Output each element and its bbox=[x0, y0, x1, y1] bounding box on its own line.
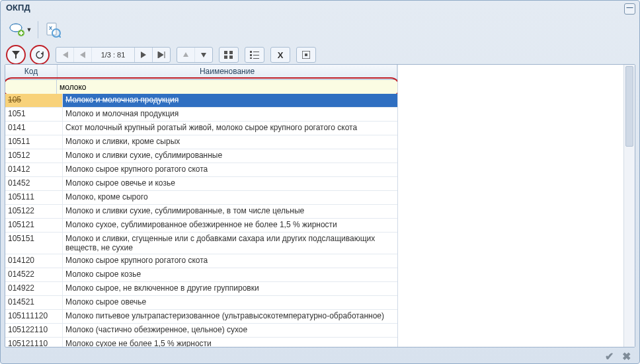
triangle-up-icon bbox=[182, 52, 189, 58]
tiles-icon bbox=[224, 51, 233, 59]
export-excel-button[interactable]: x bbox=[42, 19, 63, 40]
table-row[interactable]: 014521Молоко сырое овечье bbox=[5, 296, 397, 310]
last-page-button[interactable] bbox=[153, 48, 170, 62]
cell-name: Молоко, кроме сырого bbox=[63, 191, 397, 204]
separator bbox=[38, 21, 38, 38]
filter-button[interactable] bbox=[6, 45, 26, 65]
table-row[interactable]: 0141Скот молочный крупный рогатый живой,… bbox=[5, 122, 397, 135]
cell-code: 10512 bbox=[5, 149, 63, 163]
prev-page-button[interactable] bbox=[74, 48, 92, 62]
collapse-button[interactable]: — bbox=[624, 3, 635, 15]
table-row[interactable]: 10511Молоко и сливки, кроме сырых bbox=[5, 135, 397, 149]
refresh-icon bbox=[35, 50, 44, 59]
sort-up-button[interactable] bbox=[177, 48, 195, 62]
clear-button[interactable]: X bbox=[270, 47, 290, 63]
sort-group bbox=[177, 47, 213, 63]
cell-name: Молоко и сливки, сгущенные или с добавка… bbox=[63, 233, 397, 254]
cell-name: Молоко и молочная продукция bbox=[63, 108, 397, 121]
cell-name: Молоко сырое, не включенное в другие гру… bbox=[63, 282, 397, 295]
cancel-button[interactable]: ✖ bbox=[622, 350, 634, 362]
svg-text:x: x bbox=[49, 24, 52, 31]
cell-name: Молоко сырое овечье и козье bbox=[63, 177, 397, 190]
table-row[interactable]: 105122110Молоко (частично обезжиренное, … bbox=[5, 324, 397, 338]
last-icon bbox=[157, 52, 165, 58]
cell-name: Молоко сырое овечье bbox=[63, 296, 397, 309]
funnel-icon bbox=[11, 50, 20, 59]
table-row[interactable]: 014522Молоко сырое козье bbox=[5, 268, 397, 282]
sort-down-button[interactable] bbox=[195, 48, 212, 62]
content-area: Код Наименование 105Молоко и молочная пр… bbox=[5, 64, 635, 347]
titlebar: ОКПД — bbox=[1, 1, 639, 17]
svg-rect-13 bbox=[253, 55, 259, 55]
cell-name: Молоко и сливки сухие, сублимированные, … bbox=[63, 205, 397, 218]
square-dot-icon bbox=[302, 51, 310, 59]
columns-button[interactable] bbox=[296, 47, 316, 63]
cell-code: 105121 bbox=[5, 219, 63, 232]
svg-rect-17 bbox=[305, 54, 307, 56]
column-header-name[interactable]: Наименование bbox=[58, 65, 397, 79]
table-row[interactable]: 105111Молоко, кроме сырого bbox=[5, 191, 397, 205]
footer-actions: ✔ ✖ bbox=[605, 350, 634, 362]
okpd-window: ОКПД — ▼ x 1/3 : 81 bbox=[0, 0, 640, 364]
cell-code: 01452 bbox=[5, 177, 63, 190]
check-icon: ✔ bbox=[605, 351, 614, 362]
table-row[interactable]: 105122Молоко и сливки сухие, сублимирова… bbox=[5, 205, 397, 219]
refresh-button[interactable] bbox=[30, 45, 50, 65]
table-row[interactable]: 105121Молоко сухое, сублимированное обез… bbox=[5, 219, 397, 233]
table-row[interactable]: 01412Молоко сырое крупного рогатого скот… bbox=[5, 163, 397, 177]
main-toolbar: ▼ x bbox=[1, 17, 639, 42]
svg-rect-11 bbox=[253, 52, 259, 52]
svg-rect-12 bbox=[250, 54, 252, 56]
next-page-button[interactable] bbox=[135, 48, 153, 62]
list-icon bbox=[250, 51, 259, 59]
window-title: ОКПД bbox=[6, 3, 30, 13]
cell-name: Скот молочный крупный рогатый живой, мол… bbox=[63, 122, 397, 135]
table-row[interactable]: 01452Молоко сырое овечье и козье bbox=[5, 177, 397, 191]
filter-code-input[interactable] bbox=[5, 80, 57, 94]
grid-header: Код Наименование bbox=[5, 65, 397, 80]
pager: 1/3 : 81 bbox=[56, 47, 171, 63]
list-view-button[interactable] bbox=[245, 47, 264, 63]
table-row[interactable]: 105121110Молоко сухое не более 1,5 % жир… bbox=[5, 338, 397, 347]
accept-button[interactable]: ✔ bbox=[605, 350, 617, 362]
table-row[interactable]: 105Молоко и молочная продукция bbox=[5, 94, 397, 108]
table-row[interactable]: 105111120Молоко питьевое ультрапастеризо… bbox=[5, 310, 397, 324]
new-document-button[interactable]: ▼ bbox=[6, 19, 34, 40]
first-page-button[interactable] bbox=[56, 48, 74, 62]
table-row[interactable]: 105151Молоко и сливки, сгущенные или с д… bbox=[5, 233, 397, 254]
cell-code: 01412 bbox=[5, 163, 63, 176]
chevron-down-icon[interactable]: ▼ bbox=[26, 20, 32, 39]
column-header-code[interactable]: Код bbox=[5, 65, 58, 79]
filter-row bbox=[5, 80, 397, 95]
cell-name: Молоко питьевое ультрапастеризованное (у… bbox=[63, 310, 397, 323]
svg-rect-15 bbox=[253, 58, 259, 59]
cell-name: Молоко сырое козье bbox=[63, 268, 397, 281]
export-excel-icon: x bbox=[44, 20, 62, 39]
triangle-down-icon bbox=[200, 52, 207, 58]
vertical-scrollbar[interactable] bbox=[623, 65, 635, 347]
cell-name: Молоко и молочная продукция bbox=[63, 94, 397, 107]
table-row[interactable]: 014120Молоко сырое крупного рогатого ско… bbox=[5, 254, 397, 268]
cell-code: 1051 bbox=[5, 108, 63, 121]
filter-name-input[interactable] bbox=[57, 80, 397, 94]
cell-name: Молоко (частично обезжиренное, цельное) … bbox=[63, 324, 397, 337]
cell-code: 105122 bbox=[5, 205, 63, 218]
svg-rect-14 bbox=[250, 57, 252, 59]
cell-name: Молоко сырое крупного рогатого скота bbox=[63, 254, 397, 268]
scrollbar-thumb[interactable] bbox=[625, 66, 633, 147]
svg-rect-9 bbox=[229, 55, 233, 59]
prev-icon bbox=[79, 52, 86, 58]
table-row[interactable]: 014922Молоко сырое, не включенное в друг… bbox=[5, 282, 397, 296]
svg-rect-6 bbox=[224, 51, 227, 54]
cell-code: 014922 bbox=[5, 282, 63, 295]
cell-code: 105111 bbox=[5, 191, 63, 204]
cell-name: Молоко и сливки сухие, сублимированные bbox=[63, 149, 397, 163]
tiles-view-button[interactable] bbox=[219, 47, 239, 63]
cell-name: Молоко сухое не более 1,5 % жирности bbox=[63, 338, 397, 347]
new-document-icon bbox=[7, 20, 26, 39]
grid: Код Наименование 105Молоко и молочная пр… bbox=[5, 65, 398, 347]
cell-code: 105151 bbox=[5, 233, 63, 254]
table-row[interactable]: 10512Молоко и сливки сухие, сублимирован… bbox=[5, 149, 397, 163]
cell-name: Молоко сырое крупного рогатого скота bbox=[63, 163, 397, 176]
table-row[interactable]: 1051Молоко и молочная продукция bbox=[5, 108, 397, 122]
